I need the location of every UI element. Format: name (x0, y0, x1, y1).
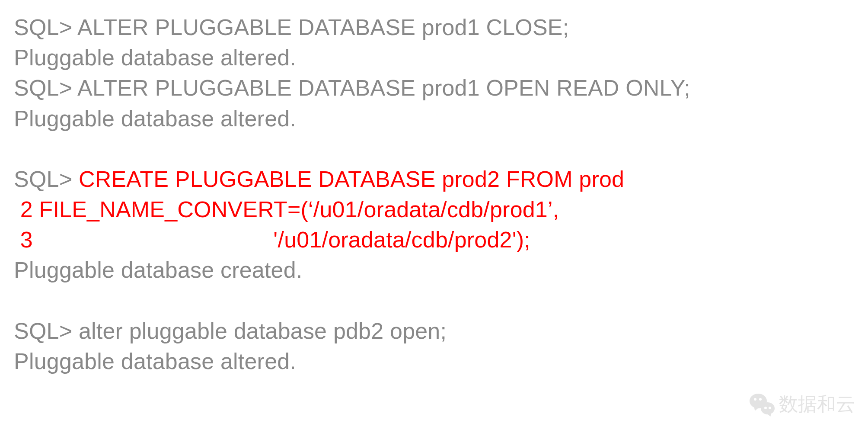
sql-prompt: SQL> (14, 75, 77, 100)
wechat-icon (750, 394, 775, 415)
sql-line-2: SQL> ALTER PLUGGABLE DATABASE prod1 OPEN… (14, 73, 854, 103)
blank-spacer (14, 134, 854, 164)
sql-line-4: SQL> alter pluggable database pdb2 open; (14, 316, 854, 346)
sql-prompt: SQL> (14, 167, 79, 192)
sql-continuation-2: 3 '/u01/oradata/cdb/prod2'); (14, 225, 854, 255)
sql-terminal-output: SQL> ALTER PLUGGABLE DATABASE prod1 CLOS… (0, 0, 868, 388)
sql-command: alter pluggable database pdb2 open; (79, 318, 447, 343)
sql-line-3: SQL> CREATE PLUGGABLE DATABASE prod2 FRO… (14, 164, 854, 194)
sql-output-3: Pluggable database created. (14, 255, 854, 285)
blank-spacer (14, 286, 854, 316)
watermark: 数据和云 (750, 391, 855, 417)
watermark-text: 数据和云 (779, 391, 855, 417)
sql-output-4: Pluggable database altered. (14, 346, 854, 376)
sql-command: ALTER PLUGGABLE DATABASE prod1 CLOSE; (77, 15, 569, 40)
sql-continuation-1: 2 FILE_NAME_CONVERT=(‘/u01/oradata/cdb/p… (14, 194, 854, 225)
sql-command-highlighted: CREATE PLUGGABLE DATABASE prod2 FROM pro… (79, 167, 624, 192)
sql-output-2: Pluggable database altered. (14, 103, 854, 134)
sql-command: ALTER PLUGGABLE DATABASE prod1 OPEN READ… (77, 75, 690, 100)
sql-output-1: Pluggable database altered. (14, 42, 854, 73)
sql-prompt: SQL> (14, 15, 77, 40)
sql-prompt: SQL> (14, 318, 79, 343)
sql-line-1: SQL> ALTER PLUGGABLE DATABASE prod1 CLOS… (14, 12, 854, 42)
